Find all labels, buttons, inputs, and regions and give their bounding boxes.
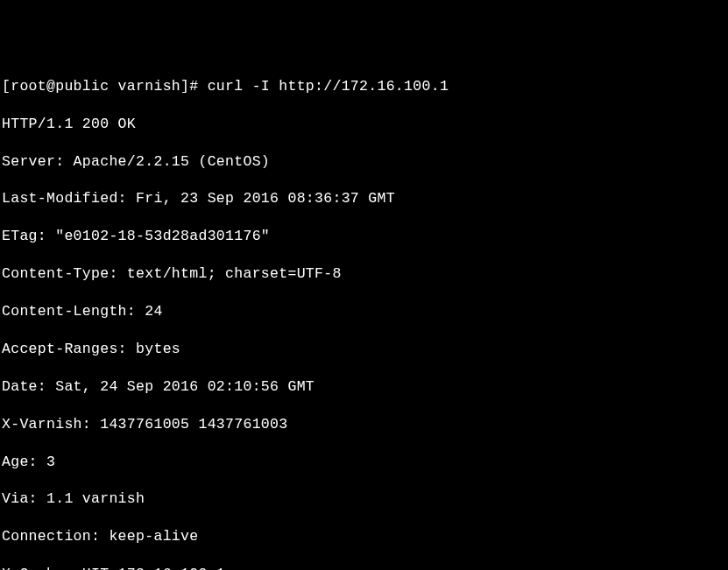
- output-line: Date: Sat, 24 Sep 2016 02:10:56 GMT: [2, 377, 726, 396]
- output-line: Last-Modified: Fri, 23 Sep 2016 08:36:37…: [2, 189, 726, 208]
- output-line: HTTP/1.1 200 OK: [2, 115, 726, 133]
- output-line: X-Varnish: 1437761005 1437761003: [2, 415, 726, 433]
- output-line: Accept-Ranges: bytes: [2, 340, 726, 358]
- output-line: X-Cache: HIT 172.16.100.1: [2, 565, 726, 570]
- output-line: Server: Apache/2.2.15 (CentOS): [2, 152, 726, 171]
- output-line: Age: 3: [2, 453, 726, 471]
- output-line: Connection: keep-alive: [2, 527, 726, 545]
- output-line: Content-Type: text/html; charset=UTF-8: [2, 264, 726, 283]
- output-line: Content-Length: 24: [2, 302, 726, 320]
- command-line-1: [root@public varnish]# curl -I http://17…: [2, 77, 726, 95]
- output-line: ETag: "e0102-18-53d28ad301176": [2, 227, 726, 245]
- output-line: Via: 1.1 varnish: [2, 489, 726, 508]
